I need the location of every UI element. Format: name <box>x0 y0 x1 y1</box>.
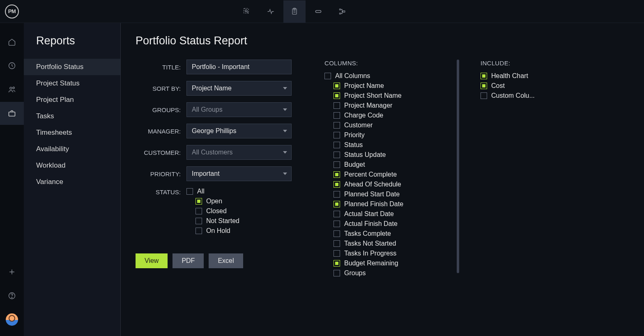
svg-point-1 <box>245 9 247 12</box>
checkbox-icon <box>334 211 340 217</box>
column-option-tasks-in-progress[interactable]: Tasks In Progress <box>334 250 448 257</box>
view-button[interactable]: View <box>136 253 168 268</box>
sidebar-item-project-plan[interactable]: Project Plan <box>24 92 120 108</box>
include-header: INCLUDE: <box>481 60 563 67</box>
app-logo[interactable]: PM <box>5 5 19 18</box>
top-tab-search-icon[interactable] <box>236 0 258 23</box>
status-option-all[interactable]: All <box>186 188 292 195</box>
status-option-on-hold[interactable]: On Hold <box>196 227 292 235</box>
select-priority[interactable]: Important <box>186 166 292 181</box>
label-sortby: SORT BY: <box>136 85 181 92</box>
sidebar-item-tasks[interactable]: Tasks <box>24 108 120 124</box>
label-title: TITLE: <box>136 64 181 71</box>
checkbox-icon <box>196 198 202 205</box>
label-manager: MANAGER: <box>136 128 181 135</box>
checkbox-icon <box>334 161 340 168</box>
top-tab-link-icon[interactable] <box>307 0 329 23</box>
column-option-planned-finish-date[interactable]: Planned Finish Date <box>334 200 448 208</box>
nav-recent-icon[interactable] <box>0 54 24 77</box>
filter-column: TITLE: Portfolio - Important SORT BY: Pr… <box>136 60 292 279</box>
select-customer[interactable]: All Customers <box>186 145 292 160</box>
columns-section: COLUMNS: All Columns Project NameProject… <box>324 60 448 277</box>
nav-help-icon[interactable] <box>0 284 24 307</box>
chevron-down-icon <box>283 130 287 132</box>
checkbox-icon <box>334 112 340 119</box>
checkbox-icon <box>334 270 340 276</box>
column-option-customer[interactable]: Customer <box>334 122 448 129</box>
column-option-tasks-not-started[interactable]: Tasks Not Started <box>334 240 448 247</box>
top-tab-activity-icon[interactable] <box>260 0 282 23</box>
checkbox-icon <box>334 191 340 198</box>
page-title: Portfolio Status Report <box>136 35 629 47</box>
nav-briefcase-icon[interactable] <box>0 102 24 125</box>
chevron-down-icon <box>283 151 287 154</box>
nav-home-icon[interactable] <box>0 30 24 53</box>
excel-button[interactable]: Excel <box>209 253 243 268</box>
sidebar-item-variance[interactable]: Variance <box>24 174 120 190</box>
nav-rail <box>0 23 24 336</box>
svg-point-13 <box>13 87 14 89</box>
topbar: PM <box>0 0 644 23</box>
checkbox-icon <box>324 73 331 79</box>
sidebar-item-timesheets[interactable]: Timesheets <box>24 124 120 141</box>
column-option-budget-remaining[interactable]: Budget Remaining <box>334 260 448 267</box>
checkbox-icon <box>196 208 202 214</box>
sidebar-item-availability[interactable]: Availability <box>24 141 120 157</box>
sidebar-item-project-status[interactable]: Project Status <box>24 75 120 92</box>
status-option-closed[interactable]: Closed <box>196 207 292 215</box>
svg-point-8 <box>339 9 340 10</box>
checkbox-icon <box>196 228 202 234</box>
column-option-groups[interactable]: Groups <box>334 269 448 277</box>
svg-rect-7 <box>315 10 321 12</box>
status-option-not-started[interactable]: Not Started <box>196 217 292 225</box>
top-tab-flow-icon[interactable] <box>331 0 353 23</box>
column-option-project-short-name[interactable]: Project Short Name <box>334 92 448 99</box>
chevron-down-icon <box>283 108 287 111</box>
checkbox-icon <box>334 132 340 138</box>
column-option-actual-start-date[interactable]: Actual Start Date <box>334 210 448 218</box>
input-title[interactable]: Portfolio - Important <box>186 60 292 74</box>
status-option-open[interactable]: Open <box>196 198 292 205</box>
checkbox-icon <box>186 188 193 195</box>
column-option-charge-code[interactable]: Charge Code <box>334 112 448 119</box>
column-option-status[interactable]: Status <box>334 141 448 149</box>
column-option-priority[interactable]: Priority <box>334 131 448 139</box>
checkbox-icon <box>334 181 340 188</box>
label-status: STATUS: <box>136 188 181 196</box>
checkbox-icon <box>334 171 340 178</box>
checkbox-icon <box>334 201 340 207</box>
include-option-cost[interactable]: Cost <box>481 82 563 90</box>
column-option-actual-finish-date[interactable]: Actual Finish Date <box>334 220 448 228</box>
include-option-health-chart[interactable]: Health Chart <box>481 72 563 80</box>
scrollbar[interactable] <box>457 60 459 273</box>
select-groups[interactable]: All Groups <box>186 102 292 117</box>
checkbox-icon <box>334 92 340 99</box>
select-manager[interactable]: George Phillips <box>186 124 292 138</box>
column-option-project-manager[interactable]: Project Manager <box>334 102 448 109</box>
nav-avatar[interactable] <box>0 308 24 331</box>
nav-team-icon[interactable] <box>0 78 24 101</box>
column-option-budget[interactable]: Budget <box>334 161 448 168</box>
checkbox-icon <box>334 221 340 227</box>
column-option-project-name[interactable]: Project Name <box>334 82 448 90</box>
checkbox-icon <box>481 92 487 99</box>
checkbox-icon <box>334 250 340 257</box>
column-option-tasks-complete[interactable]: Tasks Complete <box>334 230 448 237</box>
column-option-percent-complete[interactable]: Percent Complete <box>334 171 448 178</box>
chevron-down-icon <box>283 173 287 175</box>
top-tab-clipboard-icon[interactable] <box>283 0 306 23</box>
checkbox-icon <box>196 218 202 224</box>
sidebar-item-workload[interactable]: Workload <box>24 157 120 174</box>
pdf-button[interactable]: PDF <box>172 253 204 268</box>
column-option-status-update[interactable]: Status Update <box>334 151 448 159</box>
checkbox-icon <box>481 73 487 79</box>
chevron-down-icon <box>283 87 287 90</box>
sidebar-item-portfolio-status[interactable]: Portfolio Status <box>24 59 120 75</box>
include-option-custom-colu-[interactable]: Custom Colu... <box>481 92 563 99</box>
column-option-ahead-of-schedule[interactable]: Ahead Of Schedule <box>334 181 448 188</box>
select-sortby[interactable]: Project Name <box>186 81 292 96</box>
topbar-tabs <box>19 0 570 23</box>
column-option-planned-start-date[interactable]: Planned Start Date <box>334 191 448 198</box>
chk-all-columns[interactable]: All Columns <box>324 72 448 80</box>
nav-add-icon[interactable] <box>0 260 24 283</box>
